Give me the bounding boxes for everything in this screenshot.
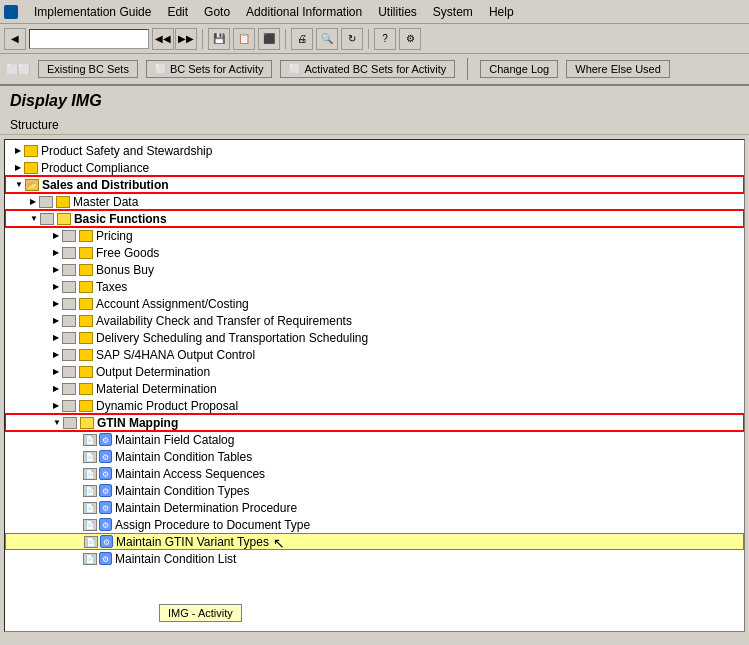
bc-sets-activity-button[interactable]: ⬜ BC Sets for Activity [146,60,273,78]
tree-row[interactable]: ▶ Dynamic Product Proposal [5,397,744,414]
save-button[interactable]: 💾 [208,28,230,50]
shortcut-button[interactable]: ⬛ [258,28,280,50]
settings-button[interactable]: ⚙ [399,28,421,50]
arrow-icon: ▶ [15,146,21,155]
activated-icon: ⬜ [289,64,300,74]
gtin-mapping-row[interactable]: ▼ GTIN Mapping [5,414,744,431]
activity-icon: ⚙ [99,552,112,565]
separator-1 [202,29,203,49]
tree-item-label: Output Determination [96,365,210,379]
open-folder-icon [57,213,71,225]
where-else-used-button[interactable]: Where Else Used [566,60,670,78]
folder-icon [79,230,93,242]
folder-icon [79,247,93,259]
tree-area[interactable]: ▶ Product Safety and Stewardship ▶ Produ… [4,139,745,632]
maintain-condition-types-row[interactable]: 📄 ⚙ Maintain Condition Types [5,482,744,499]
menu-system[interactable]: System [433,5,473,19]
tree-row[interactable]: ▶ Bonus Buy [5,261,744,278]
config-icon [62,315,76,327]
menu-bar: Implementation Guide Edit Goto Additiona… [0,0,749,24]
arrow-icon: ▶ [53,282,59,291]
arrow-icon: ▶ [53,350,59,359]
page-title: Display IMG [10,92,102,109]
separator [467,58,468,80]
tree-row[interactable]: ▶ Account Assignment/Costing [5,295,744,312]
doc-icon: 📄 [83,519,97,531]
bc-sets-icon-group: ⬜⬜ [6,64,30,75]
menu-implementation-guide[interactable]: Implementation Guide [34,5,151,19]
menu-goto[interactable]: Goto [204,5,230,19]
back-button[interactable]: ◀ [4,28,26,50]
main-content-area: ▶ Product Safety and Stewardship ▶ Produ… [0,135,749,645]
refresh-button[interactable]: ↻ [341,28,363,50]
activity-icon: ⚙ [99,518,112,531]
arrow-icon: ▶ [30,197,36,206]
config-icon [62,230,76,242]
menu-help[interactable]: Help [489,5,514,19]
folder-icon [79,349,93,361]
open-folder-icon: 📂 [25,179,39,191]
tree-item-label: Maintain Condition List [115,552,236,566]
folder-icon [79,298,93,310]
tree-row[interactable]: ▶ Availability Check and Transfer of Req… [5,312,744,329]
menu-edit[interactable]: Edit [167,5,188,19]
doc-icon: 📄 [83,502,97,514]
menu-additional-information[interactable]: Additional Information [246,5,362,19]
separator-3 [368,29,369,49]
maintain-determination-procedure-row[interactable]: 📄 ⚙ Maintain Determination Procedure [5,499,744,516]
print-button[interactable]: 🖨 [291,28,313,50]
tree-item-label: Master Data [73,195,138,209]
activated-bc-sets-button[interactable]: ⬜ Activated BC Sets for Activity [280,60,455,78]
next-button[interactable]: ▶▶ [175,28,197,50]
arrow-icon: ▶ [53,248,59,257]
tree-row[interactable]: ▶ Product Compliance [5,159,744,176]
menu-utilities[interactable]: Utilities [378,5,417,19]
tree-row[interactable]: ▶ SAP S/4HANA Output Control [5,346,744,363]
maintain-condition-list-row[interactable]: 📄 ⚙ Maintain Condition List [5,550,744,567]
tree-item-label: Product Safety and Stewardship [41,144,212,158]
open-folder-icon [80,417,94,429]
maintain-gtin-variant-row[interactable]: 📄 ⚙ Maintain GTIN Variant Types ↖ [5,533,744,550]
tree-item-label: Bonus Buy [96,263,154,277]
cursor-icon: ↖ [273,535,285,551]
config-icon [62,332,76,344]
folder-icon [79,264,93,276]
existing-bc-sets-button[interactable]: Existing BC Sets [38,60,138,78]
prev-button[interactable]: ◀◀ [152,28,174,50]
page-title-bar: Display IMG [0,86,749,114]
basic-functions-row[interactable]: ▼ Basic Functions [5,210,744,227]
tree-row[interactable]: ▶ Delivery Scheduling and Transportation… [5,329,744,346]
arrow-icon: ▶ [53,299,59,308]
copy-button[interactable]: 📋 [233,28,255,50]
change-log-button[interactable]: Change Log [480,60,558,78]
main-toolbar: ◀ ◀◀ ▶▶ 💾 📋 ⬛ 🖨 🔍 ↻ ? ⚙ [0,24,749,54]
material-determination-row[interactable]: ▶ Material Determination [5,380,744,397]
sales-distribution-row[interactable]: ▼ 📂 Sales and Distribution [5,176,744,193]
maintain-condition-tables-row[interactable]: 📄 ⚙ Maintain Condition Tables [5,448,744,465]
tree-row[interactable]: ▶ Pricing [5,227,744,244]
tree-item-label: Basic Functions [74,212,167,226]
folder-icon [79,315,93,327]
assign-procedure-row[interactable]: 📄 ⚙ Assign Procedure to Document Type [5,516,744,533]
tree-row[interactable]: ▶ Master Data [5,193,744,210]
maintain-access-sequences-row[interactable]: 📄 ⚙ Maintain Access Sequences [5,465,744,482]
tree-item-label: Pricing [96,229,133,243]
tree-item-label: Maintain Determination Procedure [115,501,297,515]
help-button[interactable]: ? [374,28,396,50]
find-button[interactable]: 🔍 [316,28,338,50]
tree-item-label: Material Determination [96,382,217,396]
tree-row[interactable]: ▶ Free Goods [5,244,744,261]
command-field[interactable] [29,29,149,49]
config-icon [62,264,76,276]
arrow-icon: ▶ [53,384,59,393]
output-determination-row[interactable]: ▶ Output Determination [5,363,744,380]
tree-row[interactable]: ▶ Taxes [5,278,744,295]
maintain-field-catalog-row[interactable]: 📄 ⚙ Maintain Field Catalog [5,431,744,448]
bc-sets-icons: ⬜⬜ [6,64,30,75]
tree-row[interactable]: ▶ Product Safety and Stewardship [5,142,744,159]
arrow-icon: ▶ [53,265,59,274]
config-icon [62,366,76,378]
structure-label: Structure [0,114,749,135]
expand-icon: ▼ [53,418,61,427]
tree-item-label: GTIN Mapping [97,416,178,430]
